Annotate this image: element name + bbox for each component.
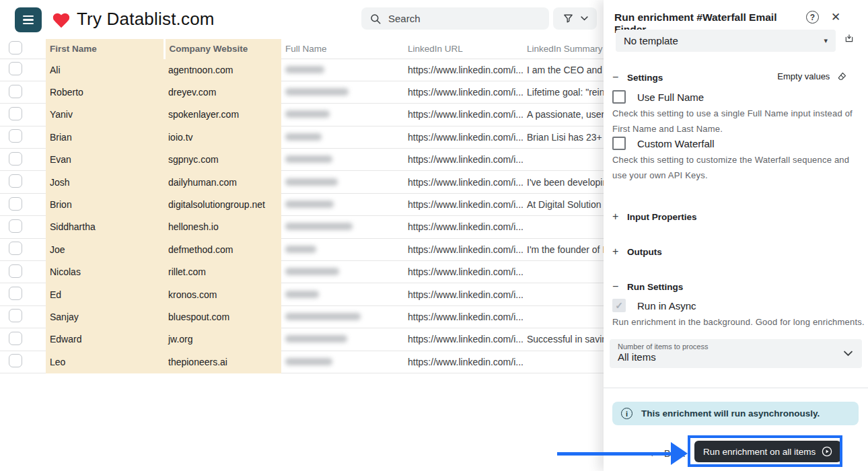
table-row[interactable]: Brion digitalsolutiongroup.net https://w… [0, 193, 680, 215]
help-icon[interactable]: ? [806, 11, 819, 24]
cell-company-website[interactable]: sgpnyc.com [164, 149, 281, 171]
cell-full-name-redacted[interactable] [281, 171, 404, 193]
cell-first-name[interactable]: Edward [46, 328, 164, 351]
cell-linkedin-url[interactable]: https://www.linkedin.com/i... [404, 193, 523, 215]
cell-linkedin-url[interactable]: https://www.linkedin.com/i... [404, 261, 523, 283]
cell-full-name-redacted[interactable] [281, 305, 404, 328]
cell-company-website[interactable]: kronos.com [164, 283, 281, 305]
cell-company-website[interactable]: rillet.com [164, 261, 281, 283]
cell-full-name-redacted[interactable] [281, 126, 404, 148]
run-enrichment-button[interactable]: Run enrichment on all items [694, 441, 841, 462]
cell-linkedin-url[interactable]: https://www.linkedin.com/i... [404, 283, 523, 305]
table-row[interactable]: Ali agentnoon.com https://www.linkedin.c… [0, 59, 680, 81]
cell-full-name-redacted[interactable] [281, 59, 404, 81]
save-template-icon[interactable] [844, 34, 854, 46]
cell-linkedin-url[interactable]: https://www.linkedin.com/i... [404, 171, 523, 193]
cell-first-name[interactable]: Siddhartha [46, 216, 164, 238]
back-button[interactable]: ← Back [649, 448, 685, 459]
cell-full-name-redacted[interactable] [281, 351, 404, 373]
table-row[interactable]: Edward jw.org https://www.linkedin.com/i… [0, 328, 680, 351]
row-checkbox[interactable] [9, 197, 22, 211]
cell-full-name-redacted[interactable] [281, 328, 404, 351]
cell-linkedin-url[interactable]: https://www.linkedin.com/i... [404, 305, 523, 328]
row-checkbox[interactable] [9, 219, 22, 233]
cell-linkedin-url[interactable]: https://www.linkedin.com/i... [404, 238, 523, 260]
cell-first-name[interactable]: Ed [46, 283, 164, 305]
empty-values-button[interactable]: Empty values [604, 71, 847, 83]
cell-first-name[interactable]: Brion [46, 193, 164, 215]
filter-button[interactable] [553, 7, 597, 30]
row-checkbox[interactable] [9, 242, 22, 255]
search-input[interactable]: Search [361, 7, 549, 30]
cell-first-name[interactable]: Sanjay [46, 305, 164, 328]
column-header-company-website[interactable]: Company Website [164, 39, 281, 59]
section-input-properties[interactable]: +Input Properties [612, 211, 697, 223]
cell-linkedin-url[interactable]: https://www.linkedin.com/i... [404, 126, 523, 148]
row-checkbox[interactable] [9, 174, 22, 188]
cell-first-name[interactable]: Joe [46, 238, 164, 260]
cell-full-name-redacted[interactable] [281, 261, 404, 283]
table-row[interactable]: Leo thepioneers.ai https://www.linkedin.… [0, 351, 680, 373]
table-row[interactable]: Sanjay bluespout.com https://www.linkedi… [0, 305, 680, 328]
cell-linkedin-url[interactable]: https://www.linkedin.com/i... [404, 149, 523, 171]
row-checkbox[interactable] [9, 129, 22, 143]
cell-linkedin-url[interactable]: https://www.linkedin.com/i... [404, 328, 523, 351]
select-all-checkbox[interactable] [9, 41, 22, 55]
table-row[interactable]: Josh dailyhuman.com https://www.linkedin… [0, 171, 680, 193]
cell-first-name[interactable]: Roberto [46, 81, 164, 103]
table-row[interactable]: Nicolas rillet.com https://www.linkedin.… [0, 261, 680, 283]
use-full-name-checkbox[interactable] [612, 90, 626, 104]
cell-full-name-redacted[interactable] [281, 104, 404, 126]
cell-company-website[interactable]: thepioneers.ai [164, 351, 281, 373]
cell-linkedin-url[interactable]: https://www.linkedin.com/i... [404, 216, 523, 238]
cell-company-website[interactable]: defmethod.com [164, 238, 281, 260]
section-outputs[interactable]: +Outputs [612, 246, 662, 258]
cell-linkedin-url[interactable]: https://www.linkedin.com/i... [404, 59, 523, 81]
column-header-full-name[interactable]: Full Name [281, 39, 404, 59]
cell-company-website[interactable]: jw.org [164, 328, 281, 351]
table-row[interactable]: Siddhartha hellonesh.io https://www.link… [0, 216, 680, 238]
cell-company-website[interactable]: spokenlayer.com [164, 104, 281, 126]
cell-full-name-redacted[interactable] [281, 81, 404, 103]
cell-full-name-redacted[interactable] [281, 216, 404, 238]
cell-full-name-redacted[interactable] [281, 238, 404, 260]
close-icon[interactable]: ✕ [831, 10, 840, 24]
table-row[interactable]: Ed kronos.com https://www.linkedin.com/i… [0, 283, 680, 305]
section-run-settings[interactable]: −Run Settings [612, 281, 683, 293]
cell-linkedin-url[interactable]: https://www.linkedin.com/i... [404, 81, 523, 103]
cell-linkedin-url[interactable]: https://www.linkedin.com/i... [404, 104, 523, 126]
cell-first-name[interactable]: Brian [46, 126, 164, 148]
row-checkbox[interactable] [9, 309, 22, 322]
cell-full-name-redacted[interactable] [281, 283, 404, 305]
row-checkbox[interactable] [9, 85, 22, 98]
row-checkbox[interactable] [9, 62, 22, 75]
column-header-first-name[interactable]: First Name [46, 39, 164, 59]
cell-full-name-redacted[interactable] [281, 193, 404, 215]
cell-company-website[interactable]: dreyev.com [164, 81, 281, 103]
custom-waterfall-checkbox[interactable] [612, 137, 626, 150]
cell-company-website[interactable]: dailyhuman.com [164, 171, 281, 193]
table-row[interactable]: Roberto dreyev.com https://www.linkedin.… [0, 81, 680, 103]
column-header-linkedin-url[interactable]: LinkedIn URL [404, 39, 523, 59]
row-checkbox[interactable] [9, 332, 22, 345]
cell-company-website[interactable]: digitalsolutiongroup.net [164, 193, 281, 215]
cell-company-website[interactable]: agentnoon.com [164, 59, 281, 81]
row-checkbox[interactable] [9, 287, 22, 300]
cell-first-name[interactable]: Leo [46, 351, 164, 373]
table-row[interactable]: Joe defmethod.com https://www.linkedin.c… [0, 238, 680, 260]
hamburger-menu-button[interactable] [15, 7, 42, 32]
cell-first-name[interactable]: Ali [46, 59, 164, 81]
row-checkbox[interactable] [9, 264, 22, 278]
template-select[interactable]: No template ▾ [616, 30, 836, 52]
cell-full-name-redacted[interactable] [281, 149, 404, 171]
row-checkbox[interactable] [9, 354, 22, 367]
row-checkbox[interactable] [9, 152, 22, 166]
cell-linkedin-url[interactable]: https://www.linkedin.com/i... [404, 351, 523, 373]
cell-company-website[interactable]: bluespout.com [164, 305, 281, 328]
cell-first-name[interactable]: Josh [46, 171, 164, 193]
cell-company-website[interactable]: hellonesh.io [164, 216, 281, 238]
items-to-process-select[interactable]: Number of items to process All items [610, 339, 862, 368]
table-row[interactable]: Yaniv spokenlayer.com https://www.linked… [0, 104, 680, 126]
cell-first-name[interactable]: Evan [46, 149, 164, 171]
cell-company-website[interactable]: ioio.tv [164, 126, 281, 148]
